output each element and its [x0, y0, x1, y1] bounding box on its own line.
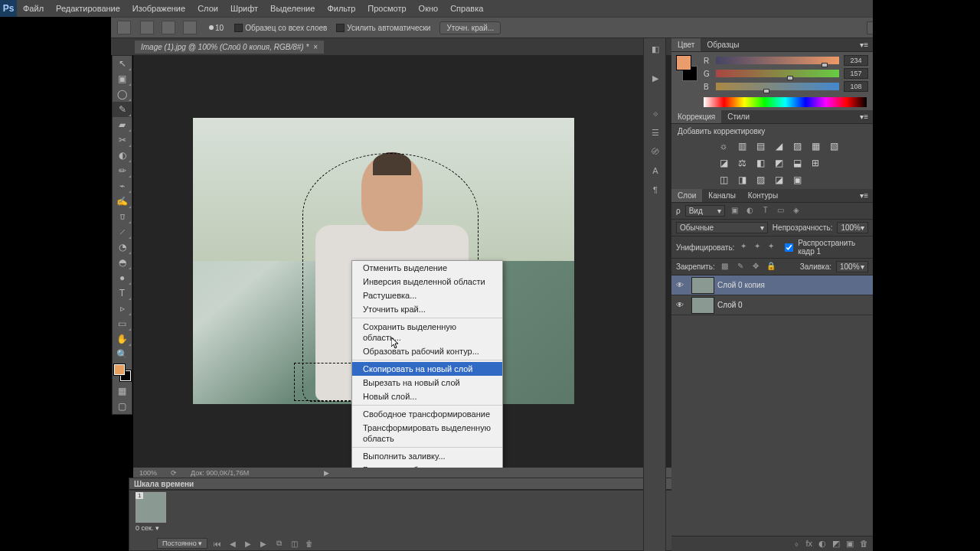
context-menu-item[interactable]: Новый слой... — [352, 390, 502, 403]
zoom-level[interactable]: 100% — [139, 469, 157, 477]
context-menu-item[interactable]: Трансформировать выделенную область — [352, 421, 502, 445]
filter-pixel-icon[interactable]: ▣ — [730, 206, 740, 217]
adjustment-icon[interactable]: ◢ — [773, 140, 785, 152]
adjustment-icon[interactable]: ◪ — [717, 157, 730, 169]
adjustment-icon[interactable]: ▨ — [754, 174, 766, 186]
loop-mode-dropdown[interactable]: Постоянно ▾ — [157, 538, 207, 549]
doc-size[interactable]: Док: 900,0K/1,76M — [191, 469, 249, 477]
marquee-tool[interactable]: ▣ — [113, 71, 132, 86]
play-icon[interactable]: ▶ — [243, 540, 253, 548]
menu-view[interactable]: Просмотр — [361, 1, 412, 16]
paths-tab[interactable]: Контуры — [742, 189, 784, 202]
tool-preset-icon[interactable] — [117, 21, 131, 34]
hand-tool[interactable]: ✋ — [113, 331, 132, 347]
cdock-clone-icon[interactable]: 〄 — [645, 143, 665, 160]
layers-tab[interactable]: Слои — [671, 189, 702, 202]
eyedropper-tool[interactable]: ✂ — [113, 132, 132, 148]
color-ramp[interactable] — [704, 97, 867, 107]
adjustment-icon[interactable]: ⊞ — [809, 157, 822, 169]
panel-menu-icon[interactable]: ▾≡ — [855, 189, 873, 202]
unify-vis-icon[interactable]: ✦ — [753, 242, 762, 253]
context-menu-item[interactable]: Сохранить выделенную область... — [352, 320, 502, 344]
adjustment-icon[interactable]: ⬓ — [791, 157, 803, 169]
refine-edge-button[interactable]: Уточн. край... — [439, 21, 501, 34]
auto-enhance-checkbox[interactable] — [336, 24, 345, 32]
timeline-frame[interactable]: 1 — [136, 492, 166, 523]
context-menu-item[interactable]: Выполнить заливку... — [352, 449, 502, 463]
move-tool[interactable]: ↖ — [113, 56, 132, 71]
blend-mode-dropdown[interactable]: Обычные▾ — [676, 222, 768, 233]
adjustment-icon[interactable]: ▤ — [754, 140, 766, 152]
menu-select[interactable]: Выделение — [264, 1, 321, 16]
adjustment-icon[interactable]: ◩ — [773, 157, 785, 169]
adjustment-icon[interactable]: ◫ — [717, 174, 730, 186]
close-tab-icon[interactable]: × — [313, 43, 318, 51]
swatches-tab[interactable]: Образцы — [701, 38, 745, 51]
adjustment-icon[interactable]: ▦ — [809, 140, 822, 152]
lock-trans-icon[interactable]: ▩ — [720, 262, 730, 272]
b-slider[interactable] — [716, 83, 839, 90]
layer-row[interactable]: 👁Слой 0 копия — [671, 276, 873, 295]
b-value[interactable]: 108 — [844, 81, 868, 92]
healing-tool[interactable]: ◐ — [113, 148, 132, 163]
first-frame-icon[interactable]: ⏮ — [212, 540, 223, 548]
context-menu-item[interactable]: Растушевка... — [352, 289, 502, 302]
cdock-paragraph-icon[interactable]: ¶ — [645, 181, 665, 198]
prev-frame-icon[interactable]: ◀ — [227, 540, 238, 548]
zoom-tool[interactable]: 🔍 — [113, 347, 132, 362]
r-slider[interactable] — [716, 57, 839, 64]
sample-all-checkbox[interactable] — [234, 24, 243, 32]
cdock-brushpresets-icon[interactable]: ☰ — [645, 124, 665, 141]
layer-thumbnail[interactable] — [691, 297, 714, 314]
menu-filter[interactable]: Фильтр — [321, 1, 361, 16]
lock-pixel-icon[interactable]: ✎ — [735, 262, 746, 272]
menu-type[interactable]: Шрифт — [224, 1, 264, 16]
frame-duration[interactable]: 0 сек. ▾ — [136, 524, 159, 532]
filter-adjust-icon[interactable]: ◐ — [745, 206, 756, 217]
r-value[interactable]: 234 — [844, 55, 868, 66]
color-swatch-panel[interactable] — [676, 55, 697, 81]
unify-style-icon[interactable]: ✦ — [766, 242, 776, 253]
layer-row[interactable]: 👁Слой 0 — [671, 295, 873, 315]
filter-type-icon[interactable]: T — [760, 206, 771, 217]
visibility-icon[interactable]: 👁 — [671, 281, 688, 289]
adjustment-icon[interactable]: ☼ — [717, 140, 730, 152]
path-select-tool[interactable]: ▹ — [113, 301, 132, 316]
stamp-tool[interactable]: ⌁ — [113, 178, 132, 194]
context-menu-item[interactable]: Свободное трансформирование — [352, 407, 502, 421]
filter-smart-icon[interactable]: ◈ — [791, 206, 802, 217]
g-value[interactable]: 157 — [844, 68, 868, 79]
cdock-brush-icon[interactable]: ⟐ — [645, 105, 665, 122]
filter-shape-icon[interactable]: ▭ — [776, 206, 786, 217]
menu-image[interactable]: Изображение — [126, 1, 191, 16]
menu-window[interactable]: Окно — [413, 1, 445, 16]
menu-help[interactable]: Справка — [444, 1, 489, 16]
lock-pos-icon[interactable]: ✥ — [750, 262, 761, 272]
new-layer-icon[interactable]: ▣ — [846, 539, 854, 549]
context-menu-item[interactable]: Инверсия выделенной области — [352, 275, 502, 289]
history-brush-tool[interactable]: ✍ — [113, 194, 132, 209]
context-menu-item[interactable]: Вырезать на новый слой — [352, 376, 502, 390]
status-arrow-icon[interactable]: ▶ — [324, 469, 329, 477]
gradient-tool[interactable]: ⟋ — [113, 224, 132, 240]
selection-add-icon[interactable] — [162, 21, 175, 34]
unify-pos-icon[interactable]: ✦ — [739, 242, 748, 253]
context-menu-item[interactable]: Отменить выделение — [352, 261, 502, 275]
adjustment-layer-icon[interactable]: ◩ — [832, 539, 840, 549]
opacity-value[interactable]: 100%▾ — [837, 222, 868, 233]
lock-all-icon[interactable]: 🔒 — [766, 262, 776, 272]
channels-tab[interactable]: Каналы — [702, 189, 742, 202]
dodge-tool[interactable]: ◓ — [113, 255, 132, 270]
adjustment-icon[interactable]: ▥ — [736, 140, 748, 152]
eraser-tool[interactable]: ⩌ — [113, 209, 132, 224]
layer-fx-icon[interactable]: fx — [805, 539, 812, 549]
status-icon[interactable]: ⟳ — [171, 469, 177, 477]
adjustment-icon[interactable]: ▨ — [791, 140, 803, 152]
cdock-character-icon[interactable]: A — [645, 162, 665, 179]
app-logo[interactable]: Ps — [0, 0, 17, 17]
brush-size[interactable]: 10 — [206, 24, 227, 32]
g-slider[interactable] — [716, 70, 839, 77]
type-tool[interactable]: T — [113, 285, 132, 301]
document-tab[interactable]: Image (1).jpg @ 100% (Слой 0 копия, RGB/… — [135, 41, 324, 54]
color-swatch[interactable] — [114, 364, 131, 381]
